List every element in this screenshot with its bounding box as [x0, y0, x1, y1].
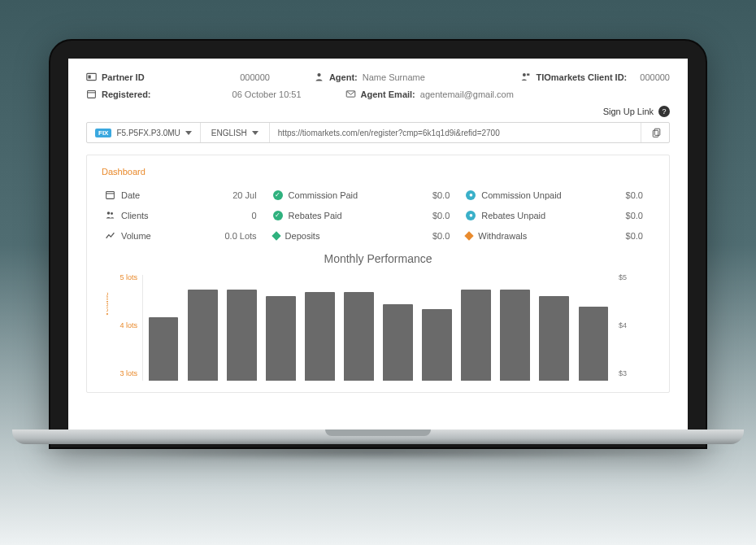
agent-label: Agent:	[329, 72, 358, 82]
laptop-base	[0, 429, 756, 451]
svg-rect-4	[528, 73, 530, 75]
app-screen: Partner ID 000000 Agent: Name Surname	[68, 59, 688, 438]
account-id: F5.P5FX.P3.0MU	[116, 129, 180, 137]
chart-title: Monthly Performance	[102, 252, 654, 265]
chart-bar	[149, 317, 179, 381]
stat-commission-unpaid-value: $0.0	[592, 190, 651, 200]
person-badge-icon	[520, 72, 531, 82]
fix-badge: FIX	[95, 129, 111, 137]
signup-url: https://tiomarkets.com/en/register?cmp=6…	[278, 129, 500, 137]
diamond-down-icon	[465, 231, 474, 240]
svg-rect-10	[106, 191, 115, 198]
client-id-value: 000000	[640, 72, 670, 82]
client-id-label: TIOmarkets Client ID:	[536, 72, 627, 82]
stat-clients: Clients	[105, 210, 198, 220]
stat-rebates-unpaid-value: $0.0	[592, 211, 651, 220]
stat-withdrawals-value: $0.0	[592, 231, 651, 241]
caret-down-icon	[185, 131, 192, 135]
chart-bar	[227, 290, 257, 381]
signup-link-label: Sign Up Link	[603, 107, 654, 116]
clock-circle-icon: ●	[466, 211, 476, 220]
diamond-up-icon	[272, 231, 280, 240]
chart-bar	[500, 290, 530, 381]
dashboard-stats: Date 20 Jul ✓ Commission Paid $0.0 ● Com…	[102, 190, 654, 249]
chart-bar	[422, 309, 452, 381]
stat-volume-value: 0.0 Lots	[206, 231, 265, 241]
svg-rect-9	[654, 129, 660, 135]
calendar-icon	[105, 190, 115, 200]
stat-rebates-paid: ✓ Rebates Paid	[273, 211, 391, 220]
check-circle-icon: ✓	[273, 190, 283, 200]
header-panel: Partner ID 000000 Agent: Name Surname	[68, 59, 688, 143]
signup-toolbar: FIX F5.P5FX.P3.0MU ENGLISH https://tioma…	[86, 122, 670, 143]
client-id: TIOmarkets Client ID: 000000	[520, 72, 670, 82]
svg-rect-5	[88, 90, 96, 98]
person-icon	[314, 72, 324, 82]
chart-bar	[579, 307, 609, 381]
chart-bar	[383, 304, 413, 381]
svg-point-12	[107, 211, 111, 215]
clock-circle-icon: ●	[466, 190, 476, 200]
y-axis-left-ticks: 5 lots 4 lots 3 lots	[106, 270, 137, 392]
calendar-icon	[86, 89, 97, 99]
signup-link-label-row: Sign Up Link ?	[86, 106, 670, 117]
people-icon	[105, 210, 115, 220]
stat-deposits-value: $0.0	[399, 231, 458, 241]
header-row-2: Registered: 06 October 10:51 Agent Email…	[86, 89, 670, 99]
check-circle-icon: ✓	[273, 211, 283, 220]
stat-rebates-unpaid: ● Rebates Unpaid	[466, 211, 584, 220]
partner-id-label: Partner ID	[102, 72, 145, 82]
chart-bar	[539, 296, 569, 381]
agent-email: Agent Email: agentemail@gmail.com	[345, 89, 514, 99]
laptop-shadow	[20, 443, 736, 460]
svg-point-13	[111, 212, 113, 215]
language-selector[interactable]: ENGLISH	[201, 123, 270, 142]
stat-commission-paid: ✓ Commission Paid	[273, 190, 391, 200]
header-row-1: Partner ID 000000 Agent: Name Surname	[86, 72, 670, 82]
language-value: ENGLISH	[211, 129, 247, 137]
id-card-icon	[86, 72, 97, 82]
copy-link-button[interactable]	[641, 123, 669, 142]
monthly-performance-chart: Volume 5 lots 4 lots 3 lots $5 $4 $3	[106, 270, 650, 392]
dashboard-title: Dashboard	[102, 167, 654, 177]
agent-email-label: Agent Email:	[361, 89, 415, 99]
agent-email-value: agentemail@gmail.com	[420, 89, 514, 99]
caret-down-icon	[252, 131, 259, 135]
chart-bar	[305, 292, 335, 381]
svg-point-3	[523, 73, 526, 76]
stat-clients-value: 0	[206, 211, 265, 220]
chart-line-icon	[105, 230, 115, 241]
svg-rect-1	[88, 75, 90, 78]
agent-value: Name Surname	[363, 72, 425, 82]
chart-bar	[266, 296, 296, 381]
laptop-bezel: Partner ID 000000 Agent: Name Surname	[49, 39, 707, 449]
signup-url-field[interactable]: https://tiomarkets.com/en/register?cmp=6…	[270, 123, 641, 142]
chart-bar	[344, 292, 374, 381]
laptop-frame: Partner ID 000000 Agent: Name Surname	[49, 39, 707, 449]
svg-rect-8	[653, 130, 658, 137]
dashboard-card: Dashboard Date 20 Jul ✓ Commission Paid …	[86, 155, 670, 393]
registered-label: Registered:	[102, 89, 151, 99]
stat-date: Date	[105, 190, 198, 200]
agent: Agent: Name Surname	[314, 72, 425, 82]
stat-withdrawals: Withdrawals	[466, 231, 584, 241]
stat-date-value: 20 Jul	[206, 190, 265, 200]
laptop-notch	[325, 429, 431, 436]
partner-id: Partner ID	[86, 72, 145, 82]
y-axis-right-ticks: $5 $4 $3	[619, 270, 650, 392]
stat-volume: Volume	[105, 230, 198, 241]
registered: Registered:	[86, 89, 151, 99]
stat-commission-paid-value: $0.0	[399, 190, 458, 200]
account-selector[interactable]: FIX F5.P5FX.P3.0MU	[87, 123, 201, 142]
partner-id-value: 000000	[240, 72, 270, 82]
svg-point-2	[317, 73, 320, 76]
envelope-icon	[345, 89, 356, 99]
stat-deposits: Deposits	[273, 231, 391, 241]
copy-icon	[650, 128, 661, 138]
registered-value: 06 October 10:51	[232, 89, 302, 99]
chart-bar	[461, 290, 491, 381]
stat-rebates-paid-value: $0.0	[399, 211, 458, 220]
help-icon[interactable]: ?	[658, 106, 670, 117]
chart-plot-area	[142, 275, 614, 381]
chart-bar	[188, 290, 218, 381]
